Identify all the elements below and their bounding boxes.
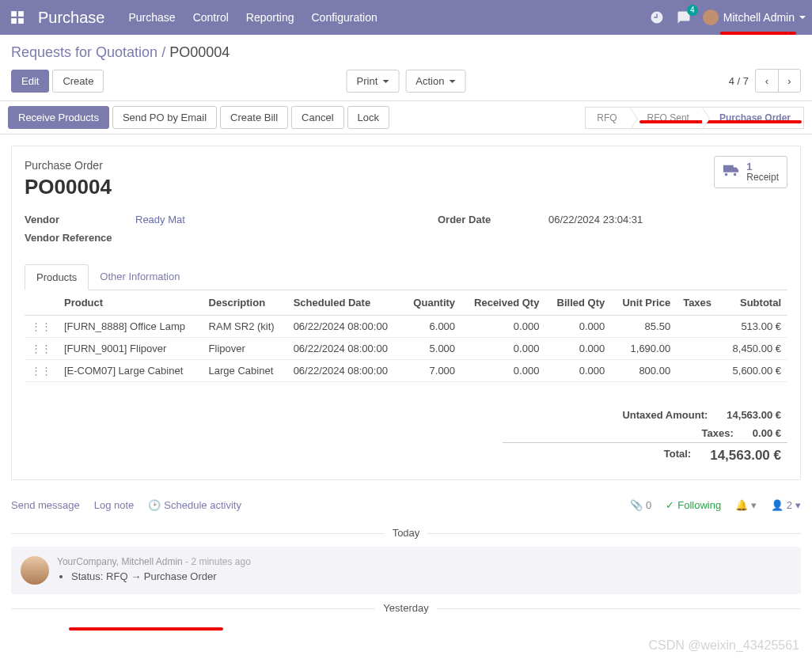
cell-subtotal: 8,450.00 € [721,338,787,360]
messages-badge: 4 [687,5,698,16]
cell-price: 800.00 [611,360,677,382]
breadcrumb-current: PO00004 [169,44,230,60]
date-divider-yesterday: Yesterday [11,602,801,614]
cell-taxes [677,338,721,360]
app-title[interactable]: Purchase [38,9,105,27]
avatar [21,556,49,585]
cell-product: [FURN_8888] Office Lamp [58,316,203,338]
breadcrumb-root[interactable]: Requests for Quotation [11,44,157,60]
col-scheduled[interactable]: Scheduled Date [287,290,403,316]
svg-rect-3 [18,18,24,24]
cell-taxes [677,360,721,382]
form-header-label: Purchase Order [25,159,787,172]
annotation-underline [639,120,802,123]
clock-icon: 🕑 [148,499,161,511]
total-label: Total: [509,448,710,464]
action-button[interactable]: Action [405,70,465,93]
cell-received: 0.000 [461,338,545,360]
svg-rect-1 [18,11,24,17]
avatar [703,9,719,25]
lock-button[interactable]: Lock [347,106,389,129]
cell-description: Flipover [203,338,287,360]
order-lines-table: Product Description Scheduled Date Quant… [25,290,787,382]
cell-price: 85.50 [611,316,677,338]
messages-icon[interactable]: 4 [676,9,692,25]
cell-product: [FURN_9001] Flipover [58,338,203,360]
msg-author[interactable]: YourCompany, Mitchell Admin [57,556,183,567]
col-price[interactable]: Unit Price [611,290,677,316]
po-name: PO00004 [25,175,787,199]
table-row[interactable]: ⋮⋮[E-COM07] Large CabinetLarge Cabinet06… [25,360,787,382]
cell-product: [E-COM07] Large Cabinet [58,360,203,382]
pager-prev-icon[interactable]: ‹ [756,70,778,92]
cancel-button[interactable]: Cancel [291,106,343,129]
menu-control[interactable]: Control [193,11,229,24]
table-row[interactable]: ⋮⋮[FURN_9001] FlipoverFlipover06/22/2024… [25,338,787,360]
col-received[interactable]: Received Qty [461,290,545,316]
print-button[interactable]: Print [347,70,400,93]
following-button[interactable]: ✓ Following [666,499,721,511]
user-menu[interactable]: Mitchell Admin [703,9,806,25]
notify-bell-icon[interactable]: 🔔 ▾ [735,499,757,511]
pager-next-icon[interactable]: › [778,70,800,92]
apps-icon[interactable] [6,6,28,28]
cell-billed: 0.000 [545,360,611,382]
menu-reporting[interactable]: Reporting [246,11,294,24]
receive-products-button[interactable]: Receive Products [8,106,109,129]
truck-icon [723,164,740,180]
col-billed[interactable]: Billed Qty [545,290,611,316]
cell-billed: 0.000 [545,316,611,338]
cell-taxes [677,316,721,338]
col-description[interactable]: Description [203,290,287,316]
send-message-button[interactable]: Send message [11,499,80,511]
status-purchase-order[interactable]: Purchase Order [702,107,804,129]
send-po-button[interactable]: Send PO by Email [112,106,217,129]
cell-received: 0.000 [461,360,545,382]
table-row[interactable]: ⋮⋮[FURN_8888] Office LampRAM SR2 (kit)06… [25,316,787,338]
cell-subtotal: 5,600.00 € [721,360,787,382]
status-rfq[interactable]: RFQ [585,107,629,129]
paperclip-icon: 📎 [630,499,643,511]
cell-description: Large Cabinet [203,360,287,382]
edit-button[interactable]: Edit [11,70,49,93]
topbar: Purchase Purchase Control Reporting Conf… [0,0,812,35]
person-icon: 👤 [771,499,784,511]
top-menu: Purchase Control Reporting Configuration [129,11,378,24]
status-rfq-sent[interactable]: RFQ Sent [630,107,702,129]
log-note-button[interactable]: Log note [94,499,135,511]
attachments-count[interactable]: 📎0 [630,499,651,511]
pager-text[interactable]: 4 / 7 [729,75,749,87]
cell-scheduled: 06/22/2024 08:00:00 [287,316,403,338]
cell-scheduled: 06/22/2024 08:00:00 [287,360,403,382]
menu-purchase[interactable]: Purchase [129,11,176,24]
col-product[interactable]: Product [58,290,203,316]
total-amount: 14,563.00 € [710,448,781,464]
col-subtotal[interactable]: Subtotal [721,290,787,316]
svg-rect-0 [11,11,17,17]
create-button[interactable]: Create [52,70,104,93]
drag-handle-icon[interactable]: ⋮⋮ [25,360,58,382]
order-date: 06/22/2024 23:04:31 [548,214,643,225]
drag-handle-icon[interactable]: ⋮⋮ [25,338,58,360]
username: Mitchell Admin [723,11,795,24]
vendor-link[interactable]: Ready Mat [135,214,185,225]
status-bar: RFQ RFQ Sent Purchase Order [585,107,804,129]
cell-received: 0.000 [461,316,545,338]
col-quantity[interactable]: Quantity [403,290,461,316]
receipt-label: Receipt [746,172,779,183]
vendor-label: Vendor [25,214,135,225]
activities-icon[interactable] [649,9,665,25]
receipt-statbox[interactable]: 1 Receipt [714,156,787,188]
drag-handle-icon[interactable]: ⋮⋮ [25,316,58,338]
col-taxes[interactable]: Taxes [677,290,721,316]
schedule-activity-button[interactable]: 🕑Schedule activity [148,499,241,511]
followers-count[interactable]: 👤2 ▾ [771,499,801,511]
untaxed-amount: 14,563.00 € [727,409,781,421]
msg-time: - 2 minutes ago [185,556,251,567]
create-bill-button[interactable]: Create Bill [220,106,288,129]
menu-configuration[interactable]: Configuration [312,11,378,24]
tab-products[interactable]: Products [25,264,89,290]
date-divider-today: Today [11,527,801,539]
annotation-underline [720,32,796,35]
tab-other-info[interactable]: Other Information [89,264,191,290]
